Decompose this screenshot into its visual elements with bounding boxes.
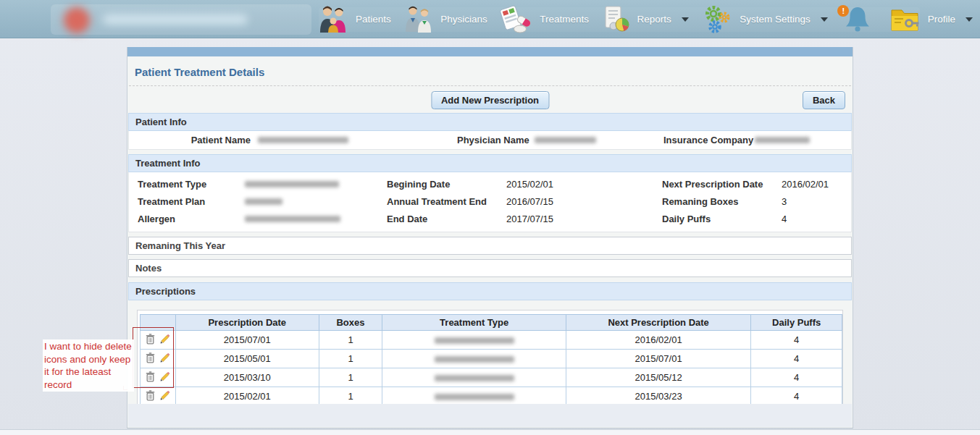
nav-label-treatments: Treatments <box>540 14 589 25</box>
boxes-cell: 1 <box>319 350 382 368</box>
prescription-row: 2015/03/1012015/05/124 <box>141 368 842 387</box>
begining-date-value: 2015/02/01 <box>506 179 662 190</box>
prescriptions-section-header: Prescriptions <box>128 282 852 300</box>
action-buttons-row: Add New Prescription Back <box>127 86 853 113</box>
remaning-boxes-value: 3 <box>782 196 787 207</box>
annotation-highlight-rectangle <box>133 327 174 388</box>
prescription-date-cell: 2015/03/10 <box>176 368 319 387</box>
notifications-bell[interactable]: ! <box>840 4 875 35</box>
next-prescription-date-label: Next Prescription Date <box>662 179 782 190</box>
table-header-row: Prescription Date Boxes Treatment Type N… <box>141 315 842 331</box>
annotation-note-text: I want to hide delete icons and only kee… <box>43 339 134 392</box>
begining-date-label: Begining Date <box>387 179 506 190</box>
insurance-company-value-redacted <box>755 137 810 143</box>
page-bottom-strip <box>0 429 980 435</box>
remaining-this-year-section[interactable]: Remaning This Year <box>128 237 852 255</box>
profile-icon <box>888 5 921 34</box>
prescriptions-table-body: 2015/07/0112016/02/0142015/05/0112015/07… <box>141 331 842 406</box>
end-date-label: End Date <box>387 214 506 224</box>
nav-item-physicians[interactable]: Physicians <box>403 5 487 34</box>
patient-info-row: Patient Name Physician Name Insurance Co… <box>128 131 852 150</box>
prescription-date-cell: 2015/07/01 <box>176 331 319 350</box>
col-next-prescription-date: Next Prescription Date <box>566 315 750 331</box>
add-new-prescription-button[interactable]: Add New Prescription <box>431 91 549 109</box>
insurance-company-label: Insurance Company <box>663 135 748 145</box>
daily-puffs-cell: 4 <box>751 331 842 350</box>
physician-name-value-redacted <box>535 137 596 143</box>
daily-puffs-cell: 4 <box>751 350 842 368</box>
treatment-type-label: Treatment Type <box>129 179 245 190</box>
patient-name-value-redacted <box>258 137 348 143</box>
end-date-value: 2017/07/15 <box>506 214 662 224</box>
reports-dropdown-caret[interactable] <box>682 17 689 22</box>
patient-name-label: Patient Name <box>129 135 251 145</box>
nav-label-profile: Profile <box>928 14 955 25</box>
treatment-plan-label: Treatment Plan <box>129 196 245 207</box>
annual-treatment-end-value: 2016/07/15 <box>506 196 662 207</box>
edit-icon[interactable] <box>159 390 170 403</box>
treatments-icon <box>500 5 533 34</box>
notes-section[interactable]: Notes <box>128 259 852 277</box>
treatment-type-cell-redacted <box>382 387 566 406</box>
row-actions-cell <box>141 387 176 406</box>
prescription-date-cell: 2015/05/01 <box>176 350 319 368</box>
nav-item-system-settings[interactable]: System Settings <box>701 4 828 35</box>
panel-bottom-band <box>128 404 852 427</box>
logo-mark-redacted <box>64 7 90 33</box>
nav-label-reports: Reports <box>637 14 671 25</box>
nav-item-profile[interactable]: Profile <box>888 5 973 34</box>
prescription-date-cell: 2015/02/01 <box>176 387 319 406</box>
col-boxes: Boxes <box>319 315 382 331</box>
nav-item-treatments[interactable]: Treatments <box>500 5 589 34</box>
patient-treatment-details-panel: Patient Treatment Details Add New Prescr… <box>127 47 853 428</box>
insurance-company-field: Insurance Company <box>663 135 810 145</box>
back-button[interactable]: Back <box>803 91 845 109</box>
remaning-boxes-label: Remaning Boxes <box>662 196 782 207</box>
physician-name-field: Physician Name <box>457 135 663 145</box>
profile-dropdown-caret[interactable] <box>966 17 973 22</box>
physician-name-label: Physician Name <box>457 135 527 145</box>
treatment-type-cell-redacted <box>382 350 566 368</box>
app-window: Patients Physicians <box>0 0 980 435</box>
page-title: Patient Treatment Details <box>135 66 853 78</box>
daily-puffs-value: 4 <box>782 214 787 224</box>
app-logo <box>51 4 311 35</box>
treatment-info-row-3: Allergen End Date 2017/07/15 Daily Puffs… <box>129 210 851 227</box>
next-prescription-date-cell: 2015/05/12 <box>566 368 750 387</box>
col-prescription-date: Prescription Date <box>176 315 319 331</box>
patient-name-field: Patient Name <box>129 135 457 145</box>
treatment-type-cell-redacted <box>382 331 566 350</box>
delete-icon[interactable] <box>146 390 155 403</box>
col-daily-puffs: Daily Puffs <box>751 315 842 331</box>
col-treatment-type: Treatment Type <box>382 315 566 331</box>
patient-info-section-header: Patient Info <box>128 113 852 131</box>
treatment-info-section-header: Treatment Info <box>128 154 852 172</box>
next-prescription-date-value: 2016/02/01 <box>782 179 829 190</box>
allergen-value-redacted <box>245 212 387 225</box>
system-settings-icon <box>701 4 733 35</box>
nav-item-patients[interactable]: Patients <box>317 5 391 34</box>
prescription-row: 2015/02/0112015/03/234 <box>141 387 842 406</box>
next-prescription-date-cell: 2016/02/01 <box>566 331 750 350</box>
nav-item-reports[interactable]: Reports <box>602 5 689 34</box>
system-settings-dropdown-caret[interactable] <box>821 17 828 22</box>
boxes-cell: 1 <box>319 368 382 387</box>
panel-top-strip <box>127 47 853 56</box>
prescriptions-table: Prescription Date Boxes Treatment Type N… <box>140 314 842 406</box>
prescription-row: 2015/07/0112016/02/014 <box>141 331 842 350</box>
physicians-icon <box>403 5 434 34</box>
daily-puffs-cell: 4 <box>751 368 842 387</box>
next-prescription-date-cell: 2015/03/23 <box>566 387 750 406</box>
boxes-cell: 1 <box>319 331 382 350</box>
treatment-info-row-1: Treatment Type Begining Date 2015/02/01 … <box>129 175 851 193</box>
allergen-label: Allergen <box>129 214 245 224</box>
nav-label-patients: Patients <box>356 14 391 25</box>
main-nav: Patients Physicians <box>317 0 973 38</box>
reports-icon <box>602 5 631 34</box>
nav-label-physicians: Physicians <box>440 14 487 25</box>
treatment-type-cell-redacted <box>382 368 566 387</box>
nav-label-system-settings: System Settings <box>740 14 811 25</box>
treatment-type-value-redacted <box>245 177 387 190</box>
daily-puffs-label: Daily Puffs <box>662 214 782 224</box>
next-prescription-date-cell: 2015/07/01 <box>566 350 750 368</box>
